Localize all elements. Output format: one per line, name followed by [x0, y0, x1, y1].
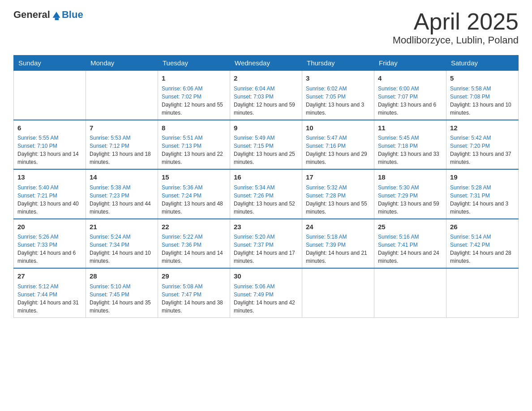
- calendar-table: Sunday Monday Tuesday Wednesday Thursday…: [13, 55, 519, 318]
- day-number: 7: [90, 123, 154, 133]
- sunset-text: Sunset: 7:28 PM: [306, 192, 370, 200]
- daylight-text: Daylight: 13 hours and 6 minutes.: [378, 101, 442, 117]
- day-number: 13: [17, 172, 82, 183]
- sunrise-text: Sunrise: 5:20 AM: [234, 233, 298, 241]
- calendar-week-row: 27Sunrise: 5:12 AMSunset: 7:44 PMDayligh…: [14, 268, 519, 317]
- calendar-header-row: Sunday Monday Tuesday Wednesday Thursday…: [14, 56, 519, 71]
- sunset-text: Sunset: 7:18 PM: [378, 142, 442, 150]
- daylight-text: Daylight: 14 hours and 24 minutes.: [378, 249, 442, 265]
- daylight-text: Daylight: 13 hours and 44 minutes.: [90, 200, 154, 216]
- sunset-text: Sunset: 7:20 PM: [450, 142, 515, 150]
- daylight-text: Daylight: 13 hours and 14 minutes.: [17, 150, 82, 166]
- daylight-text: Daylight: 14 hours and 38 minutes.: [162, 299, 226, 315]
- sunset-text: Sunset: 7:31 PM: [450, 192, 515, 200]
- day-number: 26: [450, 222, 515, 232]
- sunrise-text: Sunrise: 6:02 AM: [306, 85, 370, 93]
- table-row: [86, 71, 158, 120]
- day-number: 29: [162, 271, 226, 282]
- day-number: 8: [162, 123, 226, 133]
- sunrise-text: Sunrise: 6:06 AM: [162, 85, 226, 93]
- table-row: 13Sunrise: 5:40 AMSunset: 7:21 PMDayligh…: [14, 169, 86, 219]
- logo-general-text: General: [13, 9, 50, 21]
- table-row: 10Sunrise: 5:47 AMSunset: 7:16 PMDayligh…: [302, 120, 374, 170]
- daylight-text: Daylight: 14 hours and 35 minutes.: [90, 299, 154, 315]
- sunrise-text: Sunrise: 5:42 AM: [450, 134, 515, 142]
- table-row: 5Sunrise: 5:58 AMSunset: 7:08 PMDaylight…: [446, 71, 519, 120]
- sunset-text: Sunset: 7:07 PM: [378, 93, 442, 101]
- sunset-text: Sunset: 7:08 PM: [450, 93, 515, 101]
- sunset-text: Sunset: 7:02 PM: [162, 93, 226, 101]
- day-number: 2: [234, 73, 298, 84]
- daylight-text: Daylight: 12 hours and 59 minutes.: [234, 101, 298, 117]
- calendar-week-row: 13Sunrise: 5:40 AMSunset: 7:21 PMDayligh…: [14, 169, 519, 219]
- svg-marker-0: [52, 12, 60, 18]
- calendar-week-row: 1Sunrise: 6:06 AMSunset: 7:02 PMDaylight…: [14, 71, 519, 120]
- daylight-text: Daylight: 13 hours and 29 minutes.: [306, 150, 370, 166]
- sunrise-text: Sunrise: 5:26 AM: [17, 233, 82, 241]
- daylight-text: Daylight: 14 hours and 17 minutes.: [234, 249, 298, 265]
- sunset-text: Sunset: 7:47 PM: [162, 291, 226, 299]
- location-text: Modliborzyce, Lublin, Poland: [393, 34, 519, 46]
- sunrise-text: Sunrise: 5:18 AM: [306, 233, 370, 241]
- table-row: 26Sunrise: 5:14 AMSunset: 7:42 PMDayligh…: [446, 219, 519, 269]
- calendar-week-row: 20Sunrise: 5:26 AMSunset: 7:33 PMDayligh…: [14, 219, 519, 269]
- daylight-text: Daylight: 13 hours and 3 minutes.: [306, 101, 370, 117]
- day-number: 24: [306, 222, 370, 232]
- day-number: 12: [450, 123, 515, 133]
- sunset-text: Sunset: 7:10 PM: [17, 142, 82, 150]
- sunset-text: Sunset: 7:29 PM: [378, 192, 442, 200]
- table-row: 29Sunrise: 5:08 AMSunset: 7:47 PMDayligh…: [158, 268, 230, 317]
- day-number: 30: [234, 271, 298, 282]
- day-number: 10: [306, 123, 370, 133]
- sunset-text: Sunset: 7:23 PM: [90, 192, 154, 200]
- sunrise-text: Sunrise: 5:40 AM: [17, 184, 82, 192]
- sunrise-text: Sunrise: 5:47 AM: [306, 134, 370, 142]
- col-friday: Friday: [374, 56, 446, 71]
- day-number: 4: [378, 73, 442, 84]
- sunrise-text: Sunrise: 5:32 AM: [306, 184, 370, 192]
- daylight-text: Daylight: 13 hours and 48 minutes.: [162, 200, 226, 216]
- day-number: 21: [90, 222, 154, 232]
- sunset-text: Sunset: 7:33 PM: [17, 241, 82, 249]
- daylight-text: Daylight: 14 hours and 31 minutes.: [17, 299, 82, 315]
- day-number: 9: [234, 123, 298, 133]
- month-title: April 2025: [393, 9, 519, 34]
- sunrise-text: Sunrise: 5:34 AM: [234, 184, 298, 192]
- table-row: [14, 71, 86, 120]
- sunset-text: Sunset: 7:16 PM: [306, 142, 370, 150]
- sunrise-text: Sunrise: 5:22 AM: [162, 233, 226, 241]
- day-number: 17: [306, 172, 370, 183]
- daylight-text: Daylight: 14 hours and 21 minutes.: [306, 249, 370, 265]
- day-number: 16: [234, 172, 298, 183]
- sunrise-text: Sunrise: 5:10 AM: [90, 283, 154, 291]
- sunrise-text: Sunrise: 5:58 AM: [450, 85, 515, 93]
- sunset-text: Sunset: 7:13 PM: [162, 142, 226, 150]
- sunrise-text: Sunrise: 5:55 AM: [17, 134, 82, 142]
- daylight-text: Daylight: 13 hours and 25 minutes.: [234, 150, 298, 166]
- table-row: 1Sunrise: 6:06 AMSunset: 7:02 PMDaylight…: [158, 71, 230, 120]
- day-number: 18: [378, 172, 442, 183]
- table-row: [374, 268, 446, 317]
- table-row: 7Sunrise: 5:53 AMSunset: 7:12 PMDaylight…: [86, 120, 158, 170]
- sunset-text: Sunset: 7:41 PM: [378, 241, 442, 249]
- sunrise-text: Sunrise: 5:38 AM: [90, 184, 154, 192]
- sunset-text: Sunset: 7:45 PM: [90, 291, 154, 299]
- table-row: 3Sunrise: 6:02 AMSunset: 7:05 PMDaylight…: [302, 71, 374, 120]
- table-row: 27Sunrise: 5:12 AMSunset: 7:44 PMDayligh…: [14, 268, 86, 317]
- table-row: 2Sunrise: 6:04 AMSunset: 7:03 PMDaylight…: [230, 71, 302, 120]
- col-tuesday: Tuesday: [158, 56, 230, 71]
- table-row: 19Sunrise: 5:28 AMSunset: 7:31 PMDayligh…: [446, 169, 519, 219]
- table-row: 30Sunrise: 5:06 AMSunset: 7:49 PMDayligh…: [230, 268, 302, 317]
- table-row: 9Sunrise: 5:49 AMSunset: 7:15 PMDaylight…: [230, 120, 302, 170]
- daylight-text: Daylight: 14 hours and 3 minutes.: [450, 200, 515, 216]
- daylight-text: Daylight: 13 hours and 55 minutes.: [306, 200, 370, 216]
- daylight-text: Daylight: 14 hours and 10 minutes.: [90, 249, 154, 265]
- sunset-text: Sunset: 7:44 PM: [17, 291, 82, 299]
- sunrise-text: Sunrise: 5:36 AM: [162, 184, 226, 192]
- title-block: April 2025 Modliborzyce, Lublin, Poland: [393, 9, 519, 46]
- sunrise-text: Sunrise: 5:14 AM: [450, 233, 515, 241]
- day-number: 11: [378, 123, 442, 133]
- daylight-text: Daylight: 13 hours and 22 minutes.: [162, 150, 226, 166]
- day-number: 20: [17, 222, 82, 232]
- sunset-text: Sunset: 7:37 PM: [234, 241, 298, 249]
